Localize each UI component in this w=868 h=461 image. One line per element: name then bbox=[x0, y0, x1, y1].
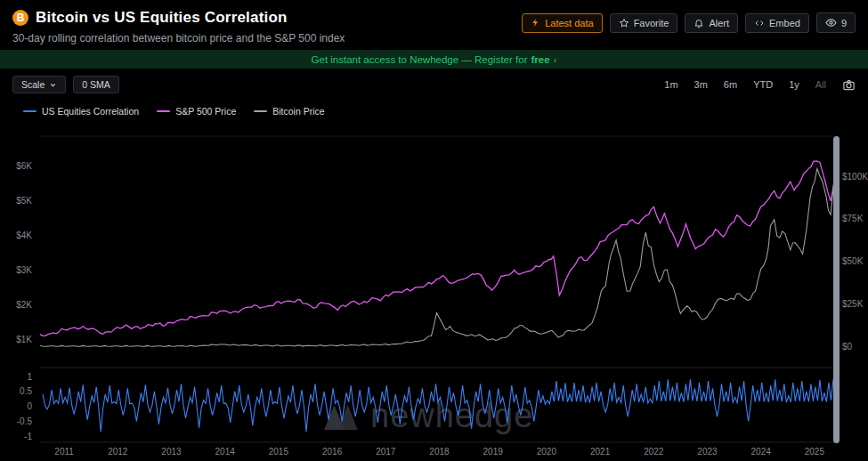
header-actions: Latest data Favorite Alert Embed 9 bbox=[522, 12, 856, 33]
x-axis-tick: 2016 bbox=[322, 447, 343, 457]
views-button[interactable]: 9 bbox=[816, 12, 856, 33]
sma-button[interactable]: 0 SMA bbox=[73, 76, 119, 93]
bitcoin-icon: B bbox=[12, 10, 28, 26]
range-button-6m[interactable]: 6m bbox=[724, 79, 737, 90]
legend-item-sp500[interactable]: S&P 500 Price bbox=[157, 106, 236, 117]
range-selector: 1m 3m 6m YTD 1y All bbox=[664, 78, 856, 92]
chart-toolbar: Scale 0 SMA 1m 3m 6m YTD 1y All bbox=[0, 69, 868, 101]
alert-label: Alert bbox=[709, 18, 729, 28]
x-axis-tick: 2020 bbox=[537, 447, 557, 457]
eye-icon bbox=[825, 17, 837, 28]
x-axis-tick: 2018 bbox=[429, 447, 450, 457]
correlation-axis-tick: 1 bbox=[27, 372, 32, 382]
legend-swatch-sp500 bbox=[157, 110, 170, 112]
x-axis-tick: 2025 bbox=[805, 447, 825, 457]
banner-arrow-icon: › bbox=[554, 54, 557, 65]
legend-swatch-bitcoin bbox=[254, 110, 267, 112]
header: B Bitcoin vs US Equities Correlation 30-… bbox=[0, 0, 868, 50]
bitcoin-price-line bbox=[40, 158, 836, 347]
scale-label: Scale bbox=[21, 79, 45, 90]
x-axis-tick: 2023 bbox=[697, 447, 718, 457]
chart-legend: US Equities Correlation S&P 500 Price Bi… bbox=[0, 101, 868, 117]
chevron-down-icon bbox=[49, 81, 57, 89]
title-row: B Bitcoin vs US Equities Correlation bbox=[12, 9, 345, 27]
range-button-all[interactable]: All bbox=[815, 79, 826, 90]
right-axis-tick: $100K bbox=[842, 172, 868, 182]
left-axis-tick: $4K bbox=[16, 230, 32, 240]
legend-item-bitcoin[interactable]: Bitcoin Price bbox=[254, 106, 324, 117]
left-axis-tick: $5K bbox=[16, 196, 32, 206]
chart-canvas[interactable]: $1K$2K$3K$4K$5K$6K$0$25K$50K$75K$100K10.… bbox=[0, 133, 868, 461]
right-axis-tick: $0 bbox=[842, 342, 853, 352]
embed-label: Embed bbox=[769, 18, 800, 28]
latest-data-label: Latest data bbox=[545, 18, 593, 28]
correlation-line bbox=[43, 379, 836, 432]
x-axis-tick: 2022 bbox=[644, 447, 664, 457]
correlation-axis-tick: 0.5 bbox=[20, 386, 32, 396]
chart-range-scrollbar[interactable] bbox=[833, 136, 840, 443]
range-button-1m[interactable]: 1m bbox=[664, 79, 677, 90]
bolt-icon bbox=[531, 18, 540, 28]
right-axis-tick: $50K bbox=[842, 256, 864, 266]
sma-label: 0 SMA bbox=[82, 79, 110, 90]
legend-label-correlation: US Equities Correlation bbox=[42, 106, 139, 117]
left-axis-tick: $1K bbox=[16, 335, 32, 344]
screenshot-button[interactable] bbox=[842, 78, 856, 92]
correlation-axis-tick: -0.5 bbox=[17, 417, 33, 426]
banner-text: Get instant access to Newhedge — Registe… bbox=[312, 54, 528, 65]
scale-button[interactable]: Scale bbox=[12, 76, 66, 93]
left-axis-tick: $6K bbox=[16, 161, 32, 171]
chart-area: newhedge $1K$2K$3K$4K$5K$6K$0$25K$50K$75… bbox=[0, 133, 868, 461]
page: { "header": { "bitcoin_symbol": "B", "ti… bbox=[0, 0, 868, 461]
toolbar-left: Scale 0 SMA bbox=[12, 76, 119, 93]
title-block: B Bitcoin vs US Equities Correlation 30-… bbox=[12, 9, 345, 44]
x-axis-tick: 2011 bbox=[54, 447, 74, 457]
page-subtitle: 30-day rolling correlation between bitco… bbox=[12, 32, 345, 44]
x-axis-tick: 2019 bbox=[483, 447, 504, 457]
star-icon bbox=[619, 18, 629, 28]
x-axis-tick: 2015 bbox=[269, 447, 289, 457]
legend-label-bitcoin: Bitcoin Price bbox=[272, 106, 324, 117]
legend-swatch-correlation bbox=[23, 110, 37, 112]
x-axis-tick: 2014 bbox=[215, 447, 236, 457]
bell-icon bbox=[694, 18, 704, 28]
favorite-button[interactable]: Favorite bbox=[610, 13, 678, 33]
left-axis-tick: $3K bbox=[16, 265, 32, 275]
x-axis-tick: 2012 bbox=[108, 447, 128, 457]
register-banner[interactable]: Get instant access to Newhedge — Registe… bbox=[0, 50, 868, 69]
x-axis-tick: 2017 bbox=[376, 447, 396, 457]
views-count: 9 bbox=[841, 18, 847, 28]
range-button-3m[interactable]: 3m bbox=[694, 79, 708, 90]
correlation-axis-tick: 0 bbox=[27, 401, 32, 411]
left-axis-tick: $2K bbox=[16, 300, 32, 310]
alert-button[interactable]: Alert bbox=[685, 13, 738, 33]
camera-icon bbox=[842, 78, 856, 92]
x-axis-tick: 2021 bbox=[590, 447, 611, 457]
embed-button[interactable]: Embed bbox=[745, 13, 809, 33]
banner-bold: free bbox=[531, 54, 549, 65]
sp500-price-line bbox=[40, 161, 836, 336]
x-axis-tick: 2024 bbox=[751, 447, 772, 457]
favorite-label: Favorite bbox=[634, 18, 669, 28]
page-title: Bitcoin vs US Equities Correlation bbox=[36, 9, 288, 27]
legend-label-sp500: S&P 500 Price bbox=[175, 106, 236, 117]
correlation-axis-tick: -1 bbox=[24, 432, 32, 441]
code-icon bbox=[754, 18, 765, 28]
right-axis-tick: $75K bbox=[842, 214, 864, 223]
legend-item-correlation[interactable]: US Equities Correlation bbox=[23, 106, 139, 117]
range-button-1y[interactable]: 1y bbox=[789, 79, 799, 90]
right-axis-tick: $25K bbox=[842, 299, 864, 309]
x-axis-tick: 2013 bbox=[161, 447, 182, 457]
range-button-ytd[interactable]: YTD bbox=[753, 79, 773, 90]
latest-data-button[interactable]: Latest data bbox=[522, 13, 602, 33]
